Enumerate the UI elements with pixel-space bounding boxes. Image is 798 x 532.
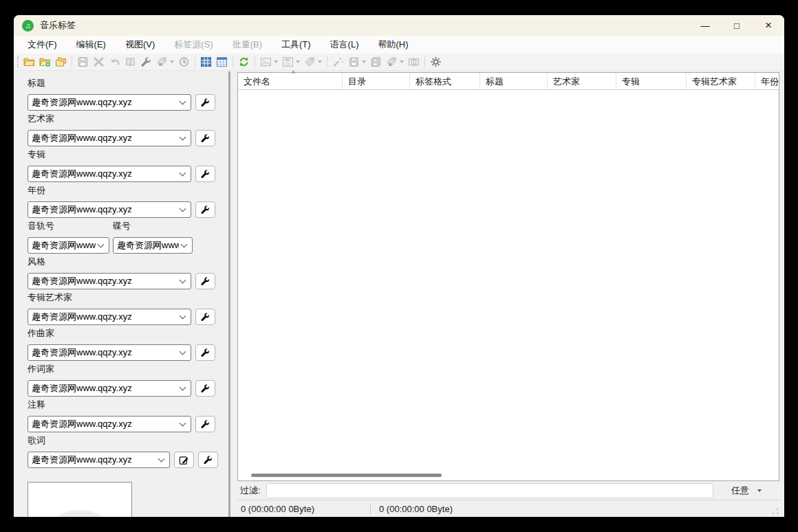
album-combobox[interactable]: 趣奇资源网www.qqzy.xyz (28, 166, 191, 182)
lyricist-combobox[interactable]: 趣奇资源网www.qqzy.xyz (28, 380, 191, 397)
chevron-down-icon (181, 241, 188, 248)
app-icon: ♫ (22, 20, 34, 32)
status-bar: 0 (00:00:00 0Byte) 0 (00:00:00 0Byte) (237, 500, 779, 517)
menu-file[interactable]: 文件(F) (18, 36, 67, 54)
cd-disc-placeholder (39, 510, 121, 517)
titlebar[interactable]: ♫ 音乐标签 — □ × (14, 15, 784, 36)
combo-value: 趣奇资源网www.qqzy.xyz (32, 168, 177, 180)
column-header-album-artist[interactable]: 专辑艺术家 (687, 73, 755, 89)
year-wrench-button[interactable] (195, 201, 215, 218)
open-folder-button[interactable] (21, 54, 37, 70)
dropdown-caret-icon (274, 60, 278, 63)
column-header-album[interactable]: 专辑 (616, 73, 687, 89)
wrench-icon (200, 312, 211, 322)
add-folder-button[interactable] (37, 54, 53, 70)
status-total-count: 0 (00:00:00 0Byte) (241, 504, 370, 514)
cover-art-box[interactable] (28, 482, 132, 517)
chevron-down-icon (180, 348, 186, 355)
artist-combobox[interactable]: 趣奇资源网www.qqzy.xyz (28, 130, 191, 146)
field-year: 年份 趣奇资源网www.qqzy.xyz (28, 184, 228, 218)
chevron-down-icon (180, 384, 186, 391)
filter-mode-dropdown[interactable]: 任意 (713, 485, 779, 497)
dropdown-caret-icon (296, 60, 300, 63)
dropdown-caret-icon (400, 60, 404, 63)
table-body-empty[interactable] (238, 90, 779, 471)
title-wrench-button[interactable] (195, 94, 215, 111)
horizontal-scrollbar[interactable] (238, 471, 779, 480)
open-folder-icon (23, 56, 35, 67)
menu-tag-sources: 标签源(S) (164, 36, 222, 54)
album-wrench-button[interactable] (195, 166, 215, 182)
column-header-directory[interactable]: 目录 (343, 73, 410, 89)
comment-combobox[interactable]: 趣奇资源网www.qqzy.xyz (28, 416, 191, 432)
table-header-row: ^ 文件名 目录 标签格式 标题 艺术家 专辑 专辑艺术家 年份 (238, 73, 779, 90)
field-disc: 碟号 趣奇资源网www.qqzy.xyz (113, 220, 193, 254)
menu-edit[interactable]: 编辑(E) (67, 36, 116, 54)
composer-wrench-button[interactable] (195, 344, 215, 361)
status-divider (370, 503, 371, 514)
tag-remove-icon (156, 56, 168, 67)
svg-text:ABC: ABC (285, 58, 292, 62)
chevron-down-icon (180, 98, 186, 105)
menu-help[interactable]: 帮助(H) (368, 36, 418, 54)
combo-value: 趣奇资源网www.qqzy.xyz (32, 132, 177, 144)
grid-view-header-button[interactable] (214, 54, 230, 70)
undo-icon (109, 56, 120, 67)
file-table[interactable]: ^ 文件名 目录 标签格式 标题 艺术家 专辑 专辑艺术家 年份 (237, 72, 779, 481)
field-album: 专辑 趣奇资源网www.qqzy.xyz (28, 148, 228, 182)
year-combobox[interactable]: 趣奇资源网www.qqzy.xyz (28, 201, 191, 218)
minimize-button[interactable]: — (689, 15, 721, 36)
field-composer: 作曲家 趣奇资源网www.qqzy.xyz (28, 327, 228, 361)
lyrics-wrench-button[interactable] (198, 452, 218, 468)
chevron-down-icon (180, 170, 186, 177)
lyricist-wrench-button[interactable] (195, 380, 215, 397)
wrench-icon (200, 98, 211, 108)
tag-format-menu-button (302, 54, 324, 70)
comment-wrench-button[interactable] (195, 416, 215, 432)
lyrics-edit-button[interactable] (174, 452, 194, 468)
field-label: 风格 (28, 256, 228, 268)
grid-view-full-button[interactable] (198, 54, 214, 70)
column-header-artist[interactable]: 艺术家 (548, 73, 616, 89)
menu-tools[interactable]: 工具(T) (272, 36, 321, 54)
artist-wrench-button[interactable] (195, 130, 215, 146)
lyrics-combobox[interactable]: 趣奇资源网www.qqzy.xyz (28, 452, 170, 468)
column-header-year[interactable]: 年份 (755, 73, 779, 89)
refresh-button[interactable] (236, 54, 252, 70)
close-button[interactable]: × (753, 15, 784, 36)
title-combobox[interactable]: 趣奇资源网www.qqzy.xyz (28, 94, 191, 111)
status-selected-count: 0 (00:00:00 0Byte) (379, 504, 453, 514)
resize-grip[interactable] (772, 508, 779, 515)
field-lyrics: 歌词 趣奇资源网www.qqzy.xyz (28, 434, 228, 468)
copy-folders-button[interactable] (53, 54, 69, 70)
genre-wrench-button[interactable] (195, 273, 215, 289)
album-artist-wrench-button[interactable] (195, 309, 215, 325)
menu-language[interactable]: 语言(L) (321, 36, 369, 54)
gear-icon (430, 56, 442, 67)
menu-view[interactable]: 视图(V) (116, 36, 164, 54)
toolbar-separator (424, 56, 425, 68)
toolbar-separator (233, 56, 233, 68)
genre-combobox[interactable]: 趣奇资源网www.qqzy.xyz (28, 273, 191, 289)
filter-input[interactable] (266, 483, 713, 498)
column-header-title[interactable]: 标题 (480, 73, 548, 89)
tools-wrench-button[interactable] (138, 54, 154, 70)
field-label: 歌词 (28, 434, 228, 447)
composer-combobox[interactable]: 趣奇资源网www.qqzy.xyz (28, 344, 191, 361)
wrench-icon (200, 384, 211, 394)
field-comment: 注释 趣奇资源网www.qqzy.xyz (28, 399, 228, 432)
combo-value: 趣奇资源网www.qqzy.xyz (32, 346, 177, 359)
album-artist-combobox[interactable]: 趣奇资源网www.qqzy.xyz (28, 309, 191, 325)
chevron-down-icon (180, 277, 186, 284)
column-header-tag-format[interactable]: 标签格式 (410, 73, 480, 89)
track-combobox[interactable]: 趣奇资源网www.qqzy.xyz (28, 237, 109, 254)
maximize-button[interactable]: □ (721, 15, 753, 36)
chevron-down-icon (180, 134, 186, 141)
disc-combobox[interactable]: 趣奇资源网www.qqzy.xyz (113, 237, 193, 254)
column-header-filename[interactable]: 文件名 (238, 73, 343, 89)
grid-filled-icon (200, 56, 212, 67)
delete-tag-menu-button (384, 54, 406, 70)
horizontal-scrollbar-thumb[interactable] (251, 474, 442, 477)
settings-button[interactable] (428, 54, 444, 70)
combo-value: 趣奇资源网www.qqzy.xyz (32, 418, 177, 430)
